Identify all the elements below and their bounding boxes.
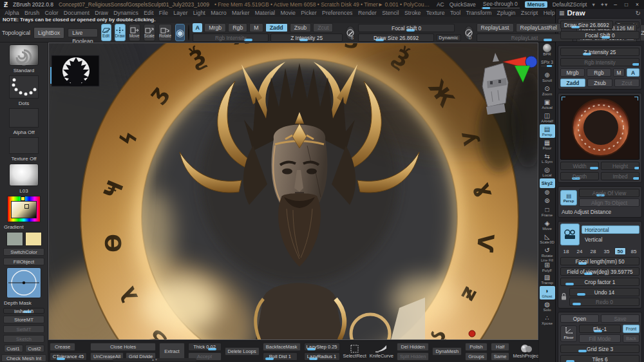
horizontal-button[interactable]: Horizontal xyxy=(582,225,639,234)
panel-rgb-intensity-slider[interactable]: Rgb Intensity xyxy=(560,58,639,66)
fill-mode-button[interactable]: Fill Mode xyxy=(579,334,621,343)
fov-slider[interactable]: Field of view(deg) 39.59775 xyxy=(560,267,639,276)
same-button[interactable]: Same xyxy=(491,352,510,361)
focal-preset-24[interactable]: 24 xyxy=(574,247,585,255)
default-zscript-button[interactable]: DefaultZScript xyxy=(553,1,587,8)
floor-axis-button[interactable]: Floor xyxy=(560,325,577,342)
menu-preferences[interactable]: Preferences xyxy=(319,10,355,16)
brush-thumbnail[interactable] xyxy=(9,44,39,66)
meshproject-button[interactable]: MeshProject xyxy=(513,344,538,359)
menu-zplugin[interactable]: Zplugin xyxy=(494,10,518,16)
delete-loops-button[interactable]: Delete Loops xyxy=(225,347,260,356)
menu-light[interactable]: Light xyxy=(191,10,208,16)
ctolerance-slider[interactable]: CTolerance 45 xyxy=(50,352,87,361)
draw-picker-icon[interactable]: D xyxy=(464,26,473,40)
floor-button[interactable]: ▦Floor xyxy=(540,138,555,151)
lightbox-button[interactable]: LightBox xyxy=(33,27,64,39)
focal-shift-slider[interactable]: Focal Shift 0 xyxy=(358,24,455,32)
redo-slider[interactable]: Redo 0 xyxy=(569,298,639,306)
rgb-button[interactable]: Rgb xyxy=(228,23,247,32)
ghost-button[interactable]: ◗Ghost xyxy=(540,286,555,300)
dynamesh-button[interactable]: DynaMesh xyxy=(432,347,462,356)
stroke-picker-icon[interactable]: S xyxy=(346,26,355,40)
crease-button[interactable]: Crease xyxy=(50,343,75,351)
draw-size-slider[interactable]: Draw Size 26.8692 xyxy=(358,33,434,42)
menu-document[interactable]: Document xyxy=(61,10,92,16)
focal-preset-35[interactable]: 35 xyxy=(601,247,612,255)
secondary-color-swatch[interactable] xyxy=(25,232,42,246)
open-button[interactable]: Open xyxy=(560,314,599,323)
del-hidden-button[interactable]: Del Hidden xyxy=(397,343,429,351)
auto-adjust-distance-button[interactable]: Auto Adjust Distance xyxy=(560,209,639,215)
focal-preset-85[interactable]: 85 xyxy=(628,247,639,255)
main-color-swatch[interactable] xyxy=(6,232,23,246)
polyf-button[interactable]: Line Fill⊞PolyF xyxy=(540,259,555,272)
menu-file[interactable]: File xyxy=(156,10,171,16)
spix-slider-track[interactable] xyxy=(541,65,554,67)
check-mesh-integrity-button[interactable]: Check Mesh Int xyxy=(1,354,46,362)
backfacemask-button[interactable]: BackfaceMask xyxy=(263,343,301,351)
panel-persp-button[interactable]: ▤Persp xyxy=(560,190,577,205)
menu-material[interactable]: Material xyxy=(252,10,278,16)
menu-transform[interactable]: Transform xyxy=(463,10,494,16)
menu-brush[interactable]: Brush xyxy=(22,10,42,16)
lsym-button[interactable]: ⇆L.Sym xyxy=(540,151,555,165)
camera-button[interactable] xyxy=(560,224,580,245)
switchcolor-button[interactable]: SwitchColor xyxy=(3,248,44,256)
actual-button[interactable]: ▣Actual xyxy=(540,97,555,111)
cust2-button[interactable]: Cust2 xyxy=(25,345,44,352)
move-mode-button[interactable]: Move xyxy=(129,24,140,41)
menu-picker[interactable]: Picker xyxy=(298,10,319,16)
current-brush-tile[interactable]: ◉ xyxy=(175,24,185,41)
save-button[interactable]: Save xyxy=(601,314,639,323)
panel-z-intensity-slider[interactable]: Z Intensity 25 xyxy=(560,48,639,56)
ac-button[interactable]: AC xyxy=(437,1,444,8)
panel-zadd-button[interactable]: Zadd xyxy=(560,79,585,87)
rotate3d-button[interactable]: ↺Rotate xyxy=(540,245,555,259)
extract-button[interactable]: Extract xyxy=(159,343,184,360)
panel-mrgb-button[interactable]: Mrgb xyxy=(560,68,585,77)
menu-zscript[interactable]: Zscript xyxy=(518,10,541,16)
m-button[interactable]: M xyxy=(249,23,263,32)
material-thumbnail[interactable] xyxy=(9,164,39,186)
setmt-button[interactable]: SetMT xyxy=(3,325,44,333)
rgb-intensity-slider[interactable]: Rgb Intensity xyxy=(193,33,269,42)
storemt-button[interactable]: StoreMT xyxy=(3,316,44,323)
knifecurve-button[interactable]: KnifeCurve xyxy=(370,345,393,359)
dynamic-button[interactable]: Dynamic xyxy=(436,34,460,41)
solo-button[interactable]: ◍Solo xyxy=(540,300,555,313)
zsub-button[interactable]: Zsub xyxy=(290,23,312,32)
spin-down-button[interactable]: ⊛ xyxy=(540,196,555,205)
edit-mode-button[interactable]: Edit xyxy=(101,24,111,41)
focal-preset-28[interactable]: 28 xyxy=(587,247,599,255)
split-hidden-button[interactable]: Split Hidden xyxy=(397,352,429,361)
scroll-button[interactable]: ⊕Scroll xyxy=(540,70,555,84)
palette-refresh-icon[interactable]: ↻ xyxy=(636,10,641,17)
menu-render[interactable]: Render xyxy=(355,10,379,16)
zadd-button[interactable]: Zadd xyxy=(265,23,288,32)
vertical-button[interactable]: Vertical xyxy=(582,235,639,243)
roll-dist-slider[interactable]: Roll Dist 1 xyxy=(263,352,298,361)
align-to-object-button[interactable]: Align To Object xyxy=(579,198,639,207)
texture-a-button[interactable]: A xyxy=(193,23,202,32)
panel-focal-shift-slider[interactable]: Focal Shift 0 xyxy=(560,31,639,39)
angle-of-view-slider[interactable]: Angle Of View xyxy=(579,189,639,197)
bottom-shelf-scrollbar[interactable]: ▲▼ xyxy=(113,358,196,361)
menu-help[interactable]: Help xyxy=(540,10,557,16)
panel-draw-size-slider[interactable]: Draw Size 26.8692 xyxy=(560,21,613,29)
topological-label[interactable]: Topological xyxy=(2,30,30,36)
minimize-button[interactable]: – xyxy=(612,1,618,8)
panel-m-button[interactable]: M xyxy=(613,68,625,77)
gradient-material-sphere[interactable] xyxy=(188,24,189,41)
tool-preview-thumbnail[interactable] xyxy=(560,95,639,160)
front-button[interactable]: Front xyxy=(623,325,639,333)
restore-button[interactable]: □ xyxy=(623,1,629,8)
tool-preset-icon[interactable]: ▾ xyxy=(592,1,594,8)
see-through-slider[interactable]: See-through 0 xyxy=(481,1,520,8)
half-button[interactable]: Half xyxy=(491,343,510,351)
menu-macro[interactable]: Macro xyxy=(208,10,229,16)
frame-button[interactable]: □Frame xyxy=(540,205,555,218)
hue-cursor[interactable] xyxy=(21,196,25,201)
width-slider[interactable]: Width xyxy=(560,162,599,170)
back-button[interactable]: Back xyxy=(623,334,639,343)
